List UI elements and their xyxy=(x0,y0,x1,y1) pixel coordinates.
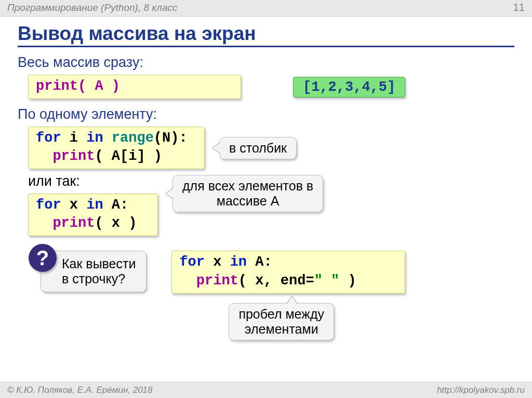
page-number: 11 xyxy=(513,2,525,13)
note-column: в столбик xyxy=(219,137,297,159)
code-print-a: print( A ) xyxy=(28,75,241,99)
copyright: © К.Ю. Поляков, Е.А. Ерёмин, 2018 xyxy=(7,385,153,395)
section-per-element: По одному элементу: xyxy=(18,106,514,122)
note-space: пробел между элементами xyxy=(229,303,334,340)
output-array: [1,2,3,4,5] xyxy=(293,77,405,98)
slide-header: Программирование (Python), 8 класс 11 xyxy=(0,0,532,17)
note-for-all: для всех элементов в массиве A xyxy=(172,175,323,212)
question-icon: ? xyxy=(29,244,57,272)
course-title: Программирование (Python), 8 класс xyxy=(7,2,178,13)
code-for-x: for x in A: print( x ) xyxy=(28,194,158,236)
question-box: ? Как вывести в строчку? xyxy=(41,251,147,292)
code-for-range: for i in range(N): print( A[i] ) xyxy=(28,127,205,169)
section-whole-array: Весь массив сразу: xyxy=(18,54,514,71)
page-title: Вывод массива на экран xyxy=(18,23,514,47)
slide-footer: © К.Ю. Поляков, Е.А. Ерёмин, 2018 http:/… xyxy=(0,382,532,398)
slide-content: Вывод массива на экран Весь массив сразу… xyxy=(0,17,532,340)
code-for-end: for x in A: print( x, end=" " ) xyxy=(171,251,405,293)
site-url: http://kpolyakov.spb.ru xyxy=(437,385,525,395)
